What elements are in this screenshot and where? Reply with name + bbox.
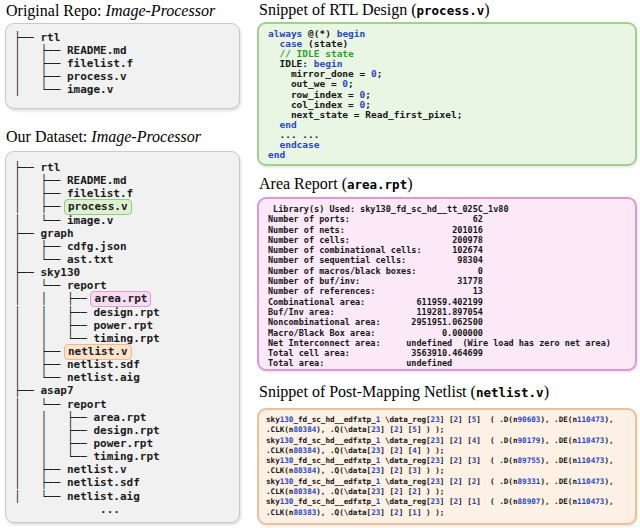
tree-entry-rtl: rtl	[41, 31, 61, 44]
rtl-snippet-title: Snippet of RTL Design (process.v)	[259, 1, 490, 19]
tree-entry-report: report	[67, 398, 107, 411]
tree-branch-lines: │ └──	[14, 371, 67, 384]
code-line: Total cell area: 3563910.464699	[268, 348, 611, 358]
tree-line: │ │ └── timing.rpt	[14, 332, 160, 345]
tree-branch-lines: ├──	[14, 31, 41, 44]
code-line: .CLK(n80384), .Q(\data[23] [2] [2] ) );	[266, 487, 614, 497]
tree-branch-lines: │ └──	[14, 83, 67, 96]
tree-line: │ └── report	[14, 398, 160, 411]
netlist-code-block: sky130_fd_sc_hd__edfxtp_1 \data_reg[23] …	[266, 415, 614, 518]
tree-entry-asap7: asap7	[41, 384, 74, 397]
code-line: Number of cells: 200978	[268, 235, 611, 245]
figure-canvas: Original Repo: Image-Processor ├── rtl│ …	[0, 0, 640, 528]
code-line: sky130_fd_sc_hd__edfxtp_1 \data_reg[23] …	[266, 497, 614, 507]
tree-entry-netlist-aig: netlist.aig	[67, 490, 140, 503]
tree-entry-image-v: image.v	[67, 83, 113, 96]
tree-line: │ ├── cdfg.json	[14, 240, 160, 253]
tree-line: │ │ ├── area.rpt	[14, 292, 160, 305]
dataset-title: Our Dataset: Image-Processor	[6, 128, 201, 146]
tree-branch-lines: │ ├──	[14, 187, 67, 200]
rtl-snippet-title-close: )	[484, 1, 489, 18]
tree-entry-readme-md: README.md	[67, 44, 127, 57]
tree-branch-lines: │ ├──	[14, 345, 67, 358]
tree-entry-power-rpt: power.rpt	[93, 319, 153, 332]
code-line: Buf/Inv area: 119281.897054	[268, 307, 611, 317]
tree-line: │ │ ├── power.rpt	[14, 319, 160, 332]
tree-entry-image-v: image.v	[67, 214, 113, 227]
tree-line: │ └── netlist.aig	[14, 371, 160, 384]
tree-line: ├── graph	[14, 227, 160, 240]
code-line: Combinational area: 611959.402199	[268, 297, 611, 307]
tree-entry-graph: graph	[41, 227, 74, 240]
tree-entry-: ...	[100, 503, 120, 516]
code-line: Number of sequential cells: 98304	[268, 255, 611, 265]
tree-entry-netlist-v: netlist.v	[67, 463, 127, 476]
tree-entry-cdfg-json: cdfg.json	[67, 240, 127, 253]
code-line: sky130_fd_sc_hd__edfxtp_1 \data_reg[23] …	[266, 456, 614, 466]
tree-line: │ ├── netlist.sdf	[14, 476, 160, 489]
tree-line: │ └── netlist.aig	[14, 490, 160, 503]
tree-branch-lines: │ │ └──	[14, 450, 93, 463]
tree-branch-lines: │ ├──	[14, 70, 67, 83]
tree-branch-lines: ├──	[14, 227, 41, 240]
original-repo-file-tree: ├── rtl│ ├── README.md│ ├── filelist.f│ …	[14, 32, 133, 96]
tree-branch-lines: │ ├──	[14, 57, 67, 70]
tree-line: │ ├── netlist.v	[14, 345, 160, 358]
tree-line: ├── asap7	[14, 384, 160, 397]
dataset-title-text: Our Dataset:	[6, 128, 91, 145]
tree-line: │ │ ├── area.rpt	[14, 411, 160, 424]
tree-line: ├── sky130	[14, 266, 160, 279]
area-report-title-close: )	[407, 175, 412, 192]
tree-line: ├── rtl	[14, 161, 160, 174]
code-line: Number of buf/inv: 31778	[268, 276, 611, 286]
tree-entry-area-rpt: area.rpt	[93, 411, 146, 424]
netlist-title-close: )	[544, 383, 549, 400]
code-line: endcase	[268, 140, 462, 150]
tree-branch-lines: ├──	[14, 161, 41, 174]
tree-branch-lines: │ │ ├──	[14, 424, 93, 437]
tree-line: │ └── image.v	[14, 84, 133, 97]
code-line: .CLK(n80384), .Q(\data[23] [2] [3] ) );	[266, 466, 614, 476]
tree-branch-lines: │ ├──	[14, 463, 67, 476]
tree-entry-rtl: rtl	[41, 161, 61, 174]
code-line: Noncombinational area: 2951951.062500	[268, 317, 611, 327]
tree-line: │ └── image.v	[14, 214, 160, 227]
dataset-title-project: Image-Processor	[91, 128, 201, 145]
code-line: .CLK(n80384), .Q(\data[23] [2] [5] ) );	[266, 425, 614, 435]
code-line: Number of macros/black boxes: 0	[268, 266, 611, 276]
netlist-title: Snippet of Post-Mapping Netlist (netlist…	[259, 383, 549, 401]
tree-line: │ │ ├── power.rpt	[14, 437, 160, 450]
rtl-code-block: always @(*) begin case (state) // IDLE s…	[268, 29, 462, 160]
tree-entry-netlist-sdf: netlist.sdf	[67, 358, 140, 371]
tree-entry-filelist-f: filelist.f	[67, 187, 133, 200]
original-repo-title-project: Image-Processor	[106, 2, 216, 19]
tree-branch-lines: │ │ ├──	[14, 306, 93, 319]
code-line: .CLK(n80383), .Q(\data[23] [2] [1] ) );	[266, 508, 614, 518]
tree-entry-power-rpt: power.rpt	[93, 437, 153, 450]
code-line: .CLK(n80384), .Q(\data[23] [2] [4] ) );	[266, 446, 614, 456]
tree-entry-process-v: process.v	[67, 70, 127, 83]
code-line: sky130_fd_sc_hd__edfxtp_1 \data_reg[23] …	[266, 477, 614, 487]
tree-branch-lines: │ ├──	[14, 174, 67, 187]
code-line: Macro/Black Box area: 0.000000	[268, 328, 611, 338]
tree-branch-lines: │ ├──	[14, 358, 67, 371]
tree-line: ...	[14, 503, 160, 516]
code-line: Number of references: 13	[268, 286, 611, 296]
code-line: Number of ports: 62	[268, 214, 611, 224]
area-report-title-filename: area.rpt	[347, 177, 407, 192]
tree-branch-lines: │ │ ├──	[14, 292, 93, 305]
tree-line: │ ├── netlist.v	[14, 463, 160, 476]
code-line: Number of combinational cells: 102674	[268, 245, 611, 255]
code-line: Net Interconnect area: undefined (Wire l…	[268, 338, 611, 348]
tree-branch-lines: │ ├──	[14, 200, 67, 213]
tree-branch-lines: │ └──	[14, 490, 67, 503]
tree-line: │ ├── process.v	[14, 200, 160, 213]
tree-branch-lines: │ └──	[14, 279, 67, 292]
tree-entry-design-rpt: design.rpt	[93, 306, 159, 319]
tree-branch-lines: │ └──	[14, 253, 67, 266]
code-line: sky130_fd_sc_hd__edfxtp_1 \data_reg[23] …	[266, 436, 614, 446]
tree-line: │ └── ast.txt	[14, 253, 160, 266]
tree-line: │ │ └── timing.rpt	[14, 450, 160, 463]
tree-line: │ ├── README.md	[14, 174, 160, 187]
tree-entry-report: report	[67, 279, 107, 292]
